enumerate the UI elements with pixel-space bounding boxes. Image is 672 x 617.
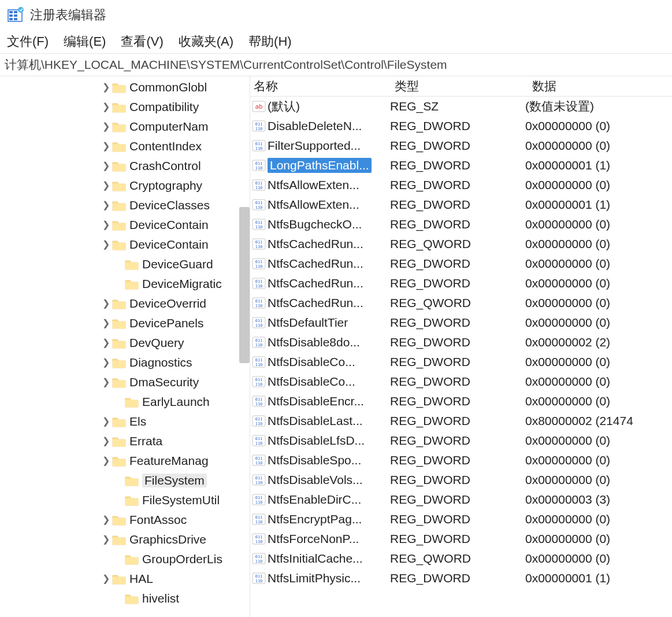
tree-pane[interactable]: ❯CommonGlobl❯Compatibility❯ComputerNam❯C… <box>0 76 250 617</box>
expand-chevron-icon[interactable]: ❯ <box>99 436 112 447</box>
tree-item[interactable]: ❯Cryptography <box>0 176 250 195</box>
column-header-type[interactable]: 类型 <box>391 78 529 94</box>
tree-item[interactable]: ❯GraphicsDrive <box>0 530 250 549</box>
value-row[interactable]: NtfsDisableLast...REG_DWORD0x80000002 (2… <box>250 411 672 431</box>
expand-chevron-icon[interactable]: ❯ <box>99 141 112 152</box>
expand-chevron-icon[interactable]: ❯ <box>99 534 112 545</box>
tree-item[interactable]: ❯Diagnostics <box>0 353 250 372</box>
tree-item-label: hivelist <box>142 592 179 605</box>
value-row[interactable]: NtfsForceNonP...REG_DWORD0x00000000 (0) <box>250 529 672 549</box>
value-row[interactable]: NtfsCachedRun...REG_DWORD0x00000000 (0) <box>250 254 672 274</box>
value-row[interactable]: LongPathsEnabl...REG_DWORD0x00000001 (1) <box>250 156 672 175</box>
tree-item[interactable]: ❯FontAssoc <box>0 510 250 530</box>
expand-chevron-icon[interactable]: ❯ <box>99 574 112 585</box>
expand-chevron-icon[interactable]: ❯ <box>99 416 112 427</box>
folder-icon <box>112 573 126 585</box>
value-row[interactable]: NtfsLimitPhysic...REG_DWORD0x00000001 (1… <box>250 568 672 588</box>
tree-item[interactable]: ❯DeviceContain <box>0 215 250 235</box>
expand-chevron-icon[interactable]: ❯ <box>99 456 112 467</box>
tree-item[interactable]: ❯ContentIndex <box>0 136 250 156</box>
value-row[interactable]: NtfsAllowExten...REG_DWORD0x00000001 (1) <box>250 195 672 215</box>
tree-item[interactable]: ❯Errata <box>0 431 250 451</box>
column-header-name[interactable]: 名称 <box>250 78 391 94</box>
folder-icon <box>125 593 139 604</box>
tree-item[interactable]: ❯GroupOrderLis <box>0 549 250 569</box>
expand-chevron-icon[interactable]: ❯ <box>99 200 112 211</box>
value-data: 0x00000000 (0) <box>524 473 672 487</box>
tree-item[interactable]: ❯FeatureManag <box>0 451 250 471</box>
tree-item-label: DevQuery <box>129 336 184 350</box>
tree-item[interactable]: ❯DeviceOverrid <box>0 294 250 313</box>
reg-binary-icon <box>251 474 266 486</box>
value-data: 0x00000000 (0) <box>524 512 672 526</box>
expand-chevron-icon[interactable]: ❯ <box>99 82 112 93</box>
expand-chevron-icon[interactable]: ❯ <box>99 515 112 526</box>
expand-chevron-icon[interactable]: ❯ <box>99 239 112 250</box>
menu-view[interactable]: 查看(V) <box>121 33 163 50</box>
tree-item[interactable]: ❯DeviceContain <box>0 235 250 254</box>
value-row[interactable]: NtfsDisableVols...REG_DWORD0x00000000 (0… <box>250 470 672 490</box>
value-row[interactable]: (默认)REG_SZ(数值未设置) <box>250 97 672 116</box>
value-row[interactable]: NtfsDisableEncr...REG_DWORD0x00000000 (0… <box>250 391 672 411</box>
value-type: REG_DWORD <box>389 178 524 192</box>
expand-chevron-icon[interactable]: ❯ <box>99 318 112 329</box>
tree-item[interactable]: ❯DeviceGuard <box>0 254 250 274</box>
value-row[interactable]: NtfsEncryptPag...REG_DWORD0x00000000 (0) <box>250 509 672 529</box>
tree-item[interactable]: ❯EarlyLaunch <box>0 392 250 412</box>
tree-item[interactable]: ❯FileSystemUtil <box>0 490 250 510</box>
tree-item[interactable]: ❯FileSystem <box>0 471 250 490</box>
menu-favorites[interactable]: 收藏夹(A) <box>179 33 233 50</box>
value-type: REG_DWORD <box>389 139 524 153</box>
folder-icon <box>112 199 126 211</box>
tree-item[interactable]: ❯DevicePanels <box>0 313 250 333</box>
value-row[interactable]: NtfsDisableCo...REG_DWORD0x00000000 (0) <box>250 352 672 372</box>
expand-chevron-icon[interactable]: ❯ <box>99 121 112 132</box>
tree-item[interactable]: ❯DevQuery <box>0 333 250 353</box>
folder-icon <box>112 180 126 191</box>
value-row[interactable]: NtfsDisableSpo...REG_DWORD0x00000000 (0) <box>250 450 672 470</box>
value-row[interactable]: NtfsCachedRun...REG_QWORD0x00000000 (0) <box>250 293 672 313</box>
value-row[interactable]: NtfsDisableLfsD...REG_DWORD0x00000000 (0… <box>250 431 672 450</box>
column-header-data[interactable]: 数据 <box>529 78 672 94</box>
tree-item[interactable]: ❯hivelist <box>0 589 250 608</box>
value-row[interactable]: FilterSupported...REG_DWORD0x00000000 (0… <box>250 136 672 156</box>
expand-chevron-icon[interactable]: ❯ <box>99 102 112 113</box>
value-row[interactable]: NtfsDisable8do...REG_DWORD0x00000002 (2) <box>250 332 672 352</box>
value-row[interactable]: DisableDeleteN...REG_DWORD0x00000000 (0) <box>250 116 672 136</box>
menu-file[interactable]: 文件(F) <box>7 33 49 50</box>
value-row[interactable]: NtfsCachedRun...REG_QWORD0x00000000 (0) <box>250 234 672 254</box>
menu-edit[interactable]: 编辑(E) <box>64 33 106 50</box>
value-row[interactable]: NtfsAllowExten...REG_DWORD0x00000000 (0) <box>250 175 672 195</box>
tree-item[interactable]: ❯ComputerNam <box>0 117 250 136</box>
expand-chevron-icon[interactable]: ❯ <box>99 220 112 231</box>
value-row[interactable]: NtfsDefaultTierREG_DWORD0x00000000 (0) <box>250 313 672 332</box>
folder-icon <box>112 357 126 368</box>
tree-item[interactable]: ❯CommonGlobl <box>0 77 250 97</box>
tree-item[interactable]: ❯Els <box>0 412 250 431</box>
value-row[interactable]: NtfsBugcheckO...REG_DWORD0x00000000 (0) <box>250 215 672 234</box>
tree-item[interactable]: ❯CrashControl <box>0 156 250 176</box>
address-bar[interactable]: 计算机\HKEY_LOCAL_MACHINE\SYSTEM\CurrentCon… <box>0 53 672 76</box>
value-row[interactable]: NtfsEnableDirC...REG_DWORD0x00000003 (3) <box>250 490 672 509</box>
expand-chevron-icon[interactable]: ❯ <box>99 377 112 388</box>
expand-chevron-icon[interactable]: ❯ <box>99 357 112 368</box>
expand-chevron-icon[interactable]: ❯ <box>99 180 112 191</box>
expand-chevron-icon[interactable]: ❯ <box>99 161 112 172</box>
folder-icon <box>125 258 139 270</box>
tree-scrollbar-thumb[interactable] <box>239 207 250 363</box>
expand-chevron-icon[interactable]: ❯ <box>99 338 112 349</box>
tree-item[interactable]: ❯DmaSecurity <box>0 372 250 392</box>
expand-chevron-icon[interactable]: ❯ <box>99 298 112 309</box>
value-row[interactable]: NtfsInitialCache...REG_QWORD0x00000000 (… <box>250 549 672 568</box>
value-name: LongPathsEnabl... <box>268 158 372 173</box>
tree-item[interactable]: ❯DeviceClasses <box>0 195 250 215</box>
value-row[interactable]: NtfsCachedRun...REG_DWORD0x00000000 (0) <box>250 274 672 293</box>
value-data: 0x00000001 (1) <box>524 158 672 172</box>
tree-item[interactable]: ❯Compatibility <box>0 97 250 117</box>
tree-item[interactable]: ❯DeviceMigratic <box>0 274 250 294</box>
values-pane[interactable]: 名称 类型 数据 (默认)REG_SZ(数值未设置)DisableDeleteN… <box>250 76 672 617</box>
value-row[interactable]: NtfsDisableCo...REG_DWORD0x00000000 (0) <box>250 372 672 391</box>
tree-item[interactable]: ❯HAL <box>0 569 250 589</box>
folder-icon <box>112 101 126 113</box>
menu-help[interactable]: 帮助(H) <box>248 33 292 50</box>
